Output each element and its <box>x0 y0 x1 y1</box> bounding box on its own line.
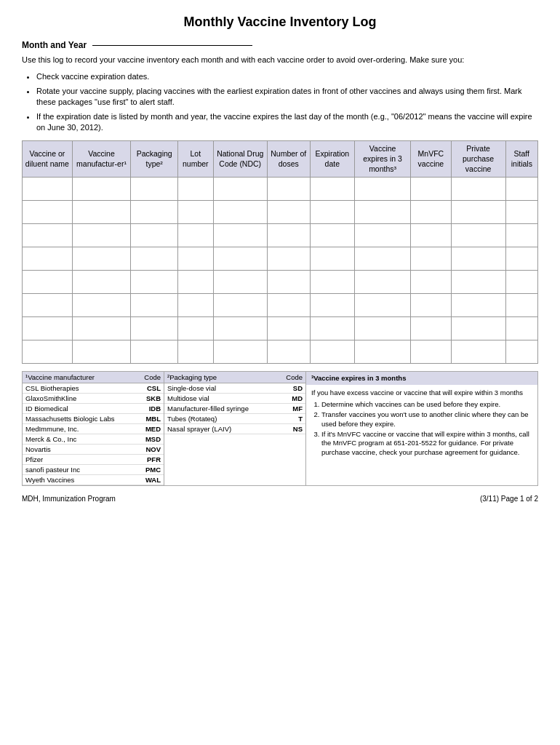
table-cell[interactable] <box>310 317 355 340</box>
table-cell[interactable] <box>213 178 267 201</box>
table-cell[interactable] <box>23 178 73 201</box>
table-cell[interactable] <box>505 178 537 201</box>
table-cell[interactable] <box>131 271 178 294</box>
table-cell[interactable] <box>451 294 505 317</box>
table-cell[interactable] <box>267 201 310 224</box>
table-cell[interactable] <box>213 247 267 271</box>
table-cell[interactable] <box>213 294 267 317</box>
table-cell[interactable] <box>131 317 178 340</box>
table-cell[interactable] <box>178 247 213 271</box>
table-cell[interactable] <box>23 247 73 271</box>
table-cell[interactable] <box>411 317 451 340</box>
table-cell[interactable] <box>310 271 355 294</box>
table-cell[interactable] <box>451 271 505 294</box>
table-cell[interactable] <box>411 247 451 271</box>
table-cell[interactable] <box>451 178 505 201</box>
table-cell[interactable] <box>505 247 537 271</box>
table-cell[interactable] <box>23 340 73 364</box>
table-cell[interactable] <box>213 224 267 247</box>
table-cell[interactable] <box>72 201 131 224</box>
table-cell[interactable] <box>267 271 310 294</box>
table-cell[interactable] <box>213 271 267 294</box>
table-cell[interactable] <box>310 201 355 224</box>
table-cell[interactable] <box>505 271 537 294</box>
fn3-header: ³Vaccine expires in 3 months <box>306 372 537 384</box>
table-cell[interactable] <box>267 178 310 201</box>
table-cell[interactable] <box>213 317 267 340</box>
table-cell[interactable] <box>178 294 213 317</box>
table-cell[interactable] <box>411 271 451 294</box>
table-cell[interactable] <box>310 247 355 271</box>
table-cell[interactable] <box>23 317 73 340</box>
table-cell[interactable] <box>355 201 411 224</box>
table-cell[interactable] <box>355 317 411 340</box>
table-cell[interactable] <box>23 271 73 294</box>
footnote-2-section: ²Packaging type Code Single-dose vialSDM… <box>164 372 306 485</box>
table-cell[interactable] <box>310 294 355 317</box>
table-cell[interactable] <box>411 294 451 317</box>
table-cell[interactable] <box>411 224 451 247</box>
table-cell[interactable] <box>355 294 411 317</box>
table-cell[interactable] <box>310 224 355 247</box>
table-cell[interactable] <box>23 224 73 247</box>
table-cell[interactable] <box>131 294 178 317</box>
table-cell[interactable] <box>505 317 537 340</box>
table-cell[interactable] <box>505 201 537 224</box>
table-cell[interactable] <box>310 340 355 364</box>
fn2-item-name: Manufacturer-filled syringe <box>164 404 276 414</box>
fn1-item-name: Novartis <box>23 445 137 455</box>
table-cell[interactable] <box>355 340 411 364</box>
table-cell[interactable] <box>178 201 213 224</box>
table-cell[interactable] <box>411 201 451 224</box>
table-cell[interactable] <box>355 178 411 201</box>
table-cell[interactable] <box>178 317 213 340</box>
table-cell[interactable] <box>72 340 131 364</box>
fn1-item-name: CSL Biotherapies <box>23 383 137 394</box>
table-cell[interactable] <box>72 224 131 247</box>
table-cell[interactable] <box>178 271 213 294</box>
table-cell[interactable] <box>505 340 537 364</box>
table-cell[interactable] <box>72 178 131 201</box>
table-cell[interactable] <box>72 247 131 271</box>
table-cell[interactable] <box>131 224 178 247</box>
table-cell[interactable] <box>23 201 73 224</box>
table-cell[interactable] <box>451 340 505 364</box>
table-cell[interactable] <box>267 340 310 364</box>
table-cell[interactable] <box>355 247 411 271</box>
table-cell[interactable] <box>505 294 537 317</box>
table-cell[interactable] <box>267 247 310 271</box>
table-cell[interactable] <box>178 224 213 247</box>
table-cell[interactable] <box>451 224 505 247</box>
table-cell[interactable] <box>131 247 178 271</box>
table-cell[interactable] <box>310 178 355 201</box>
table-cell[interactable] <box>72 317 131 340</box>
table-cell[interactable] <box>213 201 267 224</box>
fn2-item-code: MF <box>276 404 305 414</box>
table-cell[interactable] <box>213 340 267 364</box>
table-cell[interactable] <box>178 178 213 201</box>
table-cell[interactable] <box>355 224 411 247</box>
col-header-lot: Lot number <box>178 141 213 178</box>
fn2-item-name: Single-dose vial <box>164 383 276 394</box>
table-cell[interactable] <box>72 271 131 294</box>
fn1-item-code: IDB <box>137 404 164 414</box>
table-cell[interactable] <box>23 294 73 317</box>
fn1-item-code: MSD <box>137 434 164 445</box>
table-cell[interactable] <box>451 201 505 224</box>
table-cell[interactable] <box>355 271 411 294</box>
table-cell[interactable] <box>267 294 310 317</box>
table-cell[interactable] <box>131 178 178 201</box>
table-cell[interactable] <box>178 340 213 364</box>
month-year-input-line[interactable] <box>92 45 252 46</box>
table-cell[interactable] <box>451 317 505 340</box>
table-cell[interactable] <box>411 340 451 364</box>
table-cell[interactable] <box>505 224 537 247</box>
table-cell[interactable] <box>72 294 131 317</box>
table-cell[interactable] <box>411 178 451 201</box>
table-cell[interactable] <box>267 224 310 247</box>
col-header-mnvfc: MnVFC vaccine <box>411 141 451 178</box>
table-cell[interactable] <box>131 201 178 224</box>
table-cell[interactable] <box>451 247 505 271</box>
table-cell[interactable] <box>267 317 310 340</box>
table-cell[interactable] <box>131 340 178 364</box>
